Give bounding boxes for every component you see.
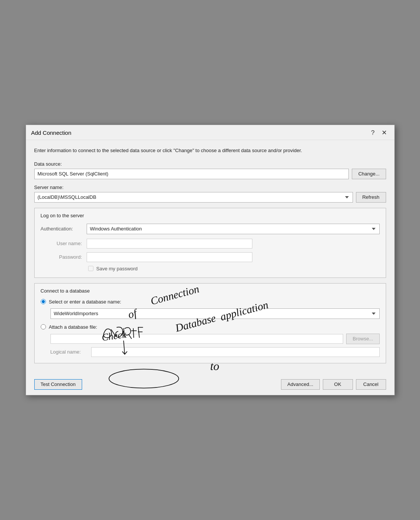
- add-connection-dialog: Add Connection ? ✕ Enter information to …: [26, 125, 395, 395]
- server-name-select[interactable]: (LocalDB)\MSSQLLocalDB: [34, 192, 353, 203]
- radio-select-label: Select or enter a database name:: [49, 299, 121, 305]
- database-section: Connect to a database Select or enter a …: [34, 283, 386, 363]
- bottom-bar: Test Connection Advanced... OK Cancel: [26, 375, 394, 395]
- data-source-input[interactable]: [34, 169, 349, 179]
- username-label: User name:: [48, 241, 82, 246]
- server-name-group: Server name: (LocalDB)\MSSQLLocalDB Refr…: [34, 185, 386, 203]
- dialog-body: Enter information to connect to the sele…: [26, 140, 394, 375]
- data-source-label: Data source:: [34, 161, 386, 167]
- dialog-title: Add Connection: [31, 130, 72, 136]
- auth-label: Authentication:: [41, 226, 82, 232]
- logon-section: Log on to the server Authentication: Win…: [34, 208, 386, 278]
- username-row: User name:: [48, 239, 380, 249]
- server-name-label: Server name:: [34, 185, 386, 190]
- bottom-right: Advanced... OK Cancel: [281, 379, 386, 390]
- database-section-title: Connect to a database: [41, 288, 380, 294]
- title-bar-left: Add Connection: [31, 130, 72, 136]
- password-label: Password:: [48, 254, 82, 260]
- logical-name-label: Logical name:: [50, 349, 88, 355]
- radio-select-row: Select or enter a database name:: [41, 299, 380, 305]
- database-select[interactable]: WideWorldImporters: [50, 308, 380, 319]
- password-input[interactable]: [87, 252, 252, 262]
- logon-section-title: Log on to the server: [41, 213, 380, 218]
- user-pass-area: User name: Password: Save my password: [41, 239, 380, 271]
- close-button[interactable]: ✕: [379, 129, 389, 137]
- attach-file-row: Browse...: [41, 334, 380, 344]
- radio-attach-label: Attach a database file:: [49, 324, 98, 330]
- password-row: Password:: [48, 252, 380, 262]
- auth-select[interactable]: Windows Authentication: [87, 224, 380, 234]
- refresh-button[interactable]: Refresh: [356, 192, 386, 203]
- username-input[interactable]: [87, 239, 252, 249]
- attach-file-input[interactable]: [50, 334, 344, 344]
- intro-text: Enter information to connect to the sele…: [34, 147, 386, 154]
- title-bar-right: ? ✕: [369, 129, 389, 137]
- data-source-row: Change...: [34, 169, 386, 179]
- bottom-left: Test Connection: [34, 379, 82, 390]
- radio-attach-row: Attach a database file:: [41, 324, 380, 330]
- advanced-button[interactable]: Advanced...: [281, 379, 320, 390]
- radio-attach[interactable]: [41, 324, 46, 329]
- server-name-row: (LocalDB)\MSSQLLocalDB Refresh: [34, 192, 386, 203]
- change-button[interactable]: Change...: [352, 169, 386, 179]
- browse-button[interactable]: Browse...: [346, 334, 379, 344]
- logical-name-input[interactable]: [91, 347, 380, 357]
- save-password-label: Save my password: [96, 266, 138, 271]
- ok-button[interactable]: OK: [323, 379, 353, 390]
- db-select-row: WideWorldImporters: [41, 308, 380, 319]
- save-password-checkbox[interactable]: [88, 266, 93, 271]
- save-password-row: Save my password: [48, 266, 380, 271]
- test-connection-button[interactable]: Test Connection: [34, 379, 82, 390]
- help-button[interactable]: ?: [369, 129, 377, 137]
- auth-row: Authentication: Windows Authentication: [41, 224, 380, 234]
- radio-select[interactable]: [41, 299, 46, 304]
- cancel-button[interactable]: Cancel: [356, 379, 386, 390]
- title-bar: Add Connection ? ✕: [26, 125, 394, 140]
- logical-name-row: Logical name:: [41, 347, 380, 357]
- data-source-group: Data source: Change...: [34, 161, 386, 179]
